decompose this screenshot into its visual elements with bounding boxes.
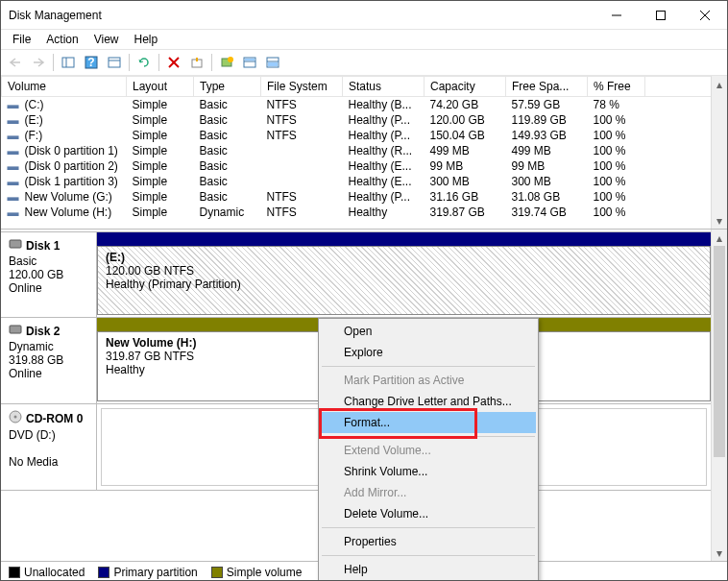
content-area: VolumeLayoutTypeFile SystemStatusCapacit… — [1, 76, 727, 561]
cell: 499 MB — [425, 143, 506, 158]
help-button[interactable]: ? — [81, 52, 102, 73]
cell: Simple — [127, 174, 194, 189]
cell: Healthy (P... — [343, 112, 425, 128]
volume-row[interactable]: ▬New Volume (H:)SimpleDynamicNTFSHealthy… — [2, 205, 727, 220]
menu-item-delete-volume[interactable]: Delete Volume... — [321, 503, 536, 524]
menu-item-shrink-volume[interactable]: Shrink Volume... — [321, 461, 536, 482]
cell: 100 % — [588, 128, 645, 143]
minimize-button[interactable] — [595, 1, 639, 30]
scroll-down-icon[interactable]: ▾ — [712, 212, 727, 229]
settings-bottom-button[interactable] — [262, 52, 283, 73]
cell: 319.74 GB — [506, 205, 588, 220]
cell: Simple — [127, 189, 194, 205]
refresh-button[interactable] — [133, 52, 155, 73]
close-button[interactable] — [683, 1, 727, 30]
menu-bar: FileActionViewHelp — [1, 30, 727, 49]
cell: NTFS — [261, 112, 343, 128]
cdrom-icon — [9, 410, 22, 426]
column-header[interactable]: Type — [194, 77, 261, 97]
volume-box[interactable]: (E:)120.00 GB NTFSHealthy (Primary Parti… — [97, 246, 711, 315]
column-header[interactable]: Volume — [2, 77, 127, 97]
column-header[interactable]: Status — [343, 77, 425, 97]
legend-label: Primary partition — [113, 566, 197, 579]
cell: 149.93 GB — [506, 128, 588, 143]
volume-row[interactable]: ▬New Volume (G:)SimpleBasicNTFSHealthy (… — [2, 189, 727, 205]
volume-list-pane: VolumeLayoutTypeFile SystemStatusCapacit… — [1, 76, 727, 230]
context-menu[interactable]: OpenExploreMark Partition as ActiveChang… — [318, 318, 539, 581]
action-list-button[interactable] — [104, 52, 125, 73]
disk-header[interactable]: Disk 2Dynamic319.88 GBOnline — [1, 318, 97, 403]
menu-action[interactable]: Action — [38, 31, 85, 48]
menu-item-change-drive-letter-and-paths[interactable]: Change Drive Letter and Paths... — [321, 391, 536, 412]
cell: 300 MB — [425, 174, 506, 189]
menu-separator — [322, 555, 535, 556]
column-header[interactable]: Layout — [127, 77, 194, 97]
cell: 99 MB — [425, 158, 506, 174]
svg-point-24 — [14, 416, 17, 419]
cell: Basic — [194, 158, 261, 174]
volume-icon: ▬ — [6, 206, 21, 219]
volume-row[interactable]: ▬(F:)SimpleBasicNTFSHealthy (P...150.04 … — [2, 128, 727, 143]
volume-name: (E:) — [25, 113, 43, 127]
cell: NTFS — [261, 97, 343, 113]
cell: Healthy (B... — [343, 97, 425, 113]
scroll-up-icon[interactable]: ▴ — [712, 230, 727, 246]
settings-top-button[interactable] — [239, 52, 260, 73]
show-hide-console-tree-button[interactable] — [58, 52, 79, 73]
scroll-up-icon[interactable]: ▴ — [712, 76, 727, 92]
forward-button[interactable] — [28, 52, 49, 73]
menu-item-help[interactable]: Help — [321, 559, 536, 580]
legend-swatch — [9, 567, 20, 578]
cell: Basic — [194, 143, 261, 158]
menu-item-format[interactable]: Format... — [321, 412, 536, 433]
menu-help[interactable]: Help — [127, 31, 166, 48]
menu-view[interactable]: View — [86, 31, 127, 48]
new-partition-button[interactable] — [216, 52, 237, 73]
volume-row[interactable]: ▬(Disk 0 partition 2)SimpleBasicHealthy … — [2, 158, 727, 174]
toolbar: ? — [1, 49, 727, 76]
svg-rect-4 — [62, 58, 74, 67]
delete-button[interactable] — [163, 52, 184, 73]
legend-label: Unallocated — [24, 566, 85, 579]
legend-swatch — [211, 567, 223, 578]
disk-pane-scrollbar[interactable]: ▴ ▾ — [711, 230, 727, 561]
properties-button[interactable] — [186, 52, 207, 73]
disk-header[interactable]: CD-ROM 0DVD (D:) No Media — [1, 404, 97, 490]
cell: 319.87 GB — [425, 205, 506, 220]
cell: Basic — [194, 189, 261, 205]
column-header[interactable]: File System — [261, 77, 343, 97]
column-header[interactable]: Free Spa... — [506, 77, 588, 97]
volume-row[interactable]: ▬(E:)SimpleBasicNTFSHealthy (P...120.00 … — [2, 112, 727, 128]
scrollbar-thumb[interactable] — [714, 246, 725, 457]
cell — [261, 158, 343, 174]
volume-row[interactable]: ▬(C:)SimpleBasicNTFSHealthy (B...74.20 G… — [2, 97, 727, 113]
disk-name: Disk 2 — [26, 325, 60, 338]
volume-name: New Volume (H:) — [25, 206, 112, 219]
cell: 499 MB — [506, 143, 588, 158]
scroll-down-icon[interactable]: ▾ — [712, 545, 727, 561]
volume-list-scrollbar[interactable]: ▴ ▾ — [711, 76, 727, 229]
cell: 74.20 GB — [425, 97, 506, 113]
column-header[interactable]: % Free — [588, 77, 645, 97]
legend-item: Simple volume — [211, 566, 303, 579]
volume-box-line: Healthy (Primary Partition) — [106, 278, 702, 291]
back-button[interactable] — [5, 52, 26, 73]
volume-row[interactable]: ▬(Disk 0 partition 1)SimpleBasicHealthy … — [2, 143, 727, 158]
menu-file[interactable]: File — [5, 31, 38, 48]
column-header[interactable]: Capacity — [425, 77, 506, 97]
volume-icon: ▬ — [6, 175, 21, 188]
cell: 100 % — [588, 112, 645, 128]
menu-item-explore[interactable]: Explore — [321, 342, 536, 363]
menu-separator — [322, 366, 535, 367]
disk-header[interactable]: Disk 1Basic120.00 GBOnline — [1, 232, 97, 317]
volume-row[interactable]: ▬(Disk 1 partition 3)SimpleBasicHealthy … — [2, 174, 727, 189]
volume-box-label: (E:) — [106, 251, 702, 264]
disk-color-bar — [97, 232, 711, 246]
maximize-button[interactable] — [639, 1, 683, 30]
menu-item-open[interactable]: Open — [321, 321, 536, 342]
menu-item-properties[interactable]: Properties — [321, 531, 536, 552]
cell: Healthy (R... — [343, 143, 425, 158]
volume-icon: ▬ — [6, 190, 21, 204]
cell: 150.04 GB — [425, 128, 506, 143]
disk-name: CD-ROM 0 — [26, 412, 83, 425]
